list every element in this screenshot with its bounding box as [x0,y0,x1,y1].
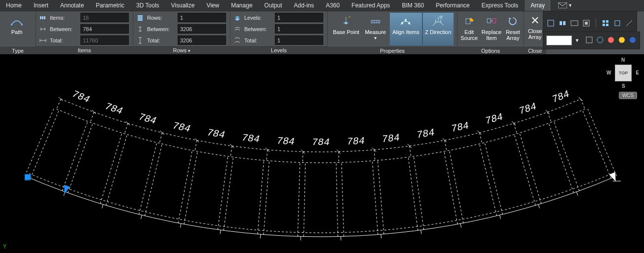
svg-rect-25 [606,20,608,23]
svg-line-45 [141,215,142,219]
qat-icon[interactable] [546,19,555,28]
tab-bim-360[interactable]: BIM 360 [396,0,430,11]
base-point-label: Base Point [333,29,359,35]
svg-line-126 [546,110,550,114]
svg-rect-29 [586,37,592,43]
panel-rows-title[interactable]: Rows [133,45,230,55]
svg-point-30 [597,37,603,43]
layer-dropdown[interactable] [546,36,572,45]
z-direction-button[interactable]: tZ Z Direction [422,12,454,46]
svg-line-54 [260,234,261,238]
levels-total-input[interactable] [275,36,323,45]
rows-total-label: Total: [147,37,176,43]
svg-rect-18 [548,20,554,26]
svg-line-127 [581,99,585,109]
panel-type: Path Type [0,11,36,55]
rows-count-input[interactable] [178,13,226,22]
levels-count-input[interactable] [275,13,323,22]
qat-icon[interactable] [613,19,622,28]
svg-rect-17 [492,19,496,23]
svg-line-53 [258,160,264,234]
rows-total-input[interactable] [178,36,226,45]
rows-count-icon [136,14,144,22]
svg-line-76 [554,121,579,191]
levels-between-icon [233,25,241,33]
qat-icon[interactable] [601,19,610,28]
svg-line-94 [195,140,197,151]
menu-tabs: HomeInsertAnnotateParametric3D ToolsVisu… [0,0,644,11]
svg-line-100 [266,150,267,161]
svg-line-75 [538,205,539,209]
tab-annotate[interactable]: Annotate [54,0,90,11]
svg-line-69 [460,223,461,227]
svg-text:784: 784 [346,135,365,147]
svg-line-46 [184,151,197,224]
tab-express-tools[interactable]: Express Tools [476,0,524,11]
base-point-button[interactable]: Base Point [331,12,362,46]
qat-icon[interactable] [607,36,615,45]
svg-line-51 [220,230,221,234]
replace-item-button[interactable]: Replace Item [480,12,503,46]
tab-insert[interactable]: Insert [28,0,54,11]
tab-parametric[interactable]: Parametric [90,0,130,11]
tab-add-ins[interactable]: Add-ins [288,0,320,11]
tab-a360[interactable]: A360 [320,0,345,11]
tab-array[interactable]: Array [524,0,551,11]
qat-icon[interactable] [558,19,567,28]
svg-line-66 [421,230,421,234]
tab-home[interactable]: Home [0,0,28,11]
svg-rect-4 [42,16,43,19]
qat-icon[interactable] [625,19,634,28]
view-cube-top[interactable]: TOP [615,65,632,81]
svg-rect-8 [138,19,143,21]
svg-text:784: 784 [206,127,226,141]
items-between-input[interactable] [80,24,129,34]
svg-rect-3 [40,16,41,19]
qat-icon[interactable] [585,36,593,45]
svg-line-56 [298,162,300,236]
levels-between-input[interactable] [275,24,323,34]
wcs-badge[interactable]: WCS [619,92,637,99]
svg-rect-21 [571,21,578,26]
svg-line-106 [339,152,339,163]
mail-icon[interactable]: ▼ [554,0,576,11]
items-count-input[interactable] [80,13,129,22]
items-total-input[interactable] [80,36,129,45]
tab-output[interactable]: Output [259,0,288,11]
view-cube-s: S [622,83,625,89]
edit-source-button[interactable]: Edit Source [458,12,480,46]
edit-source-label: Edit Source [460,29,478,41]
tab-manage[interactable]: Manage [225,0,258,11]
tab-visualize[interactable]: Visualize [165,0,201,11]
svg-line-120 [478,131,482,135]
svg-text:784: 784 [172,120,191,135]
tab-3d-tools[interactable]: 3D Tools [130,0,165,11]
svg-line-34 [31,110,59,178]
align-items-button[interactable]: Align Items [389,12,422,46]
close-array-button[interactable]: ✕ Close Array [525,12,545,46]
path-label: Path [11,29,23,35]
measure-button[interactable]: Measure ▼ [362,12,390,46]
svg-line-103 [303,152,303,163]
rows-between-input[interactable] [178,24,226,34]
tab-featured-apps[interactable]: Featured Apps [345,0,396,11]
svg-line-90 [126,121,130,125]
levels-count-icon [233,14,241,22]
tab-performance[interactable]: Performance [430,0,476,11]
view-cube[interactable]: TOP N S E W [608,58,638,88]
svg-line-74 [514,135,535,206]
svg-text:tZ: tZ [439,15,443,19]
reset-array-button[interactable]: Reset Array [503,12,523,46]
svg-line-85 [90,112,94,122]
path-button[interactable]: Path [3,12,31,46]
svg-line-59 [336,163,338,237]
svg-line-112 [410,146,411,157]
drawing-canvas[interactable]: 7847847847847847847847847847847847847847… [0,54,644,253]
qat-icon[interactable] [570,19,579,28]
qat-icon[interactable] [618,36,626,45]
qat-icon[interactable] [582,19,591,28]
qat-icon[interactable] [629,36,637,45]
tab-view[interactable]: View [200,0,225,11]
qat-icon[interactable] [596,36,604,45]
close-icon: ✕ [530,14,539,27]
